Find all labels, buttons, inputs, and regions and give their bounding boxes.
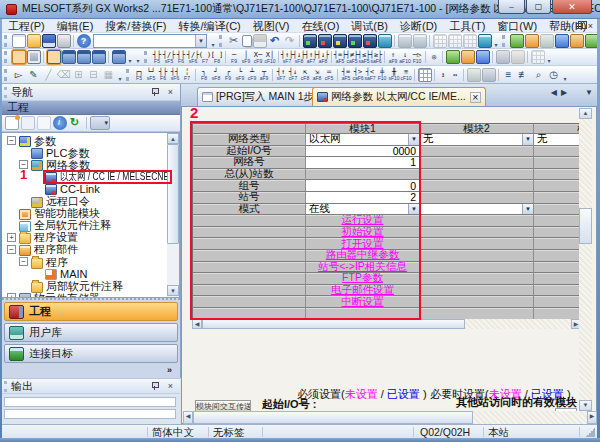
device-display-icon[interactable] [467, 68, 481, 82]
ladder-F8-icon[interactable]: [ ]F8 [211, 49, 223, 65]
panel-button-project[interactable]: 工程 [4, 302, 178, 321]
display-lines-icon[interactable] [585, 34, 598, 48]
mdi-minimize-button[interactable]: ‒ [566, 21, 571, 31]
ladder-sF9-icon[interactable]: └sF9 [234, 67, 246, 83]
interlock-icon[interactable]: ✎ [27, 68, 41, 82]
help-icon[interactable]: ? [77, 34, 91, 48]
redo-icon[interactable]: ↷ [283, 34, 297, 48]
pin-icon[interactable] [148, 380, 161, 392]
tab-prg-write-main[interactable]: [PRG]写入 MAIN 1步 [197, 87, 319, 106]
monitor-start-icon[interactable] [348, 34, 362, 48]
ladder-aF8-icon[interactable]: ┤↓├aF8 [317, 49, 329, 65]
toolbar-overflow-icon[interactable]: ▾ [561, 68, 569, 82]
scroll-up-icon[interactable]: ▲ [579, 108, 592, 119]
scale-icon[interactable]: ⌕ [532, 68, 546, 82]
ladder-aF10-icon[interactable]: ⇓aF10 [399, 49, 411, 65]
tab-network-parameter[interactable]: 网络参数 以太网/CC IE/ME...× [312, 87, 486, 106]
scroll-up-icon[interactable]: ▲ [167, 133, 179, 144]
copy-icon[interactable] [21, 116, 35, 130]
setting-link[interactable]: 中断设置 [306, 296, 419, 308]
window-cascade-icon[interactable] [92, 50, 106, 64]
ladder-tool-icon[interactable]: ↕ [437, 67, 449, 83]
write-to-plc-icon[interactable] [303, 34, 317, 48]
ladder-sF5-icon[interactable]: ┤/├sF5 [163, 49, 175, 65]
window-tile-v-icon[interactable] [77, 50, 91, 64]
ladder-saF5-icon[interactable]: ┤≤├saF5 [358, 49, 370, 65]
check-program-icon[interactable] [448, 34, 462, 48]
tab-scroll-left-icon[interactable]: ◀ [551, 88, 557, 97]
cell-dropdown[interactable]: 在线▼ [306, 204, 420, 216]
verify-with-plc-icon[interactable] [333, 34, 347, 48]
scroll-left-icon[interactable]: ◀ [192, 319, 202, 329]
expand-icon[interactable]: + [7, 233, 16, 242]
delete-row-icon[interactable]: ⊟ [87, 68, 101, 82]
cell-dropdown[interactable]: 无▼ [420, 134, 534, 146]
close-icon[interactable]: × [164, 380, 177, 392]
print-icon[interactable] [57, 34, 71, 48]
vertical-scrollbar[interactable]: ▲ ▼ [579, 108, 592, 411]
ladder-saF7-icon[interactable]: ┤<saF7 [364, 67, 376, 83]
zoom-out-icon[interactable]: ≢ [517, 68, 531, 82]
tab-menu-icon[interactable]: ▼ [585, 88, 593, 97]
cell-dropdown[interactable]: 无▼ [534, 134, 579, 146]
ladder-saF6-icon[interactable]: ┤≥├saF6 [370, 49, 382, 65]
monitor-write-icon[interactable] [511, 50, 525, 64]
statement-display-icon[interactable] [555, 34, 569, 48]
ladder-F9-icon[interactable]: ─F9 [228, 49, 240, 65]
ladder-F5-icon[interactable]: ┤├F5 [151, 49, 163, 65]
build-icon[interactable] [463, 34, 477, 48]
dock-grip[interactable] [4, 381, 8, 392]
setting-link[interactable]: 运行设置 [306, 215, 419, 227]
window-tile-h-icon[interactable] [62, 50, 76, 64]
minimize-button[interactable]: ‒ [498, 0, 525, 14]
ladder-F7-icon[interactable]: ( )F7 [199, 49, 211, 65]
select-mode-icon[interactable]: ▻ [12, 68, 26, 82]
toolbar-overflow-icon[interactable]: ▾ [134, 50, 142, 64]
menu-tools[interactable]: 工具(T) [443, 19, 491, 33]
scroll-thumb[interactable] [193, 411, 473, 424]
ladder-sF10-icon[interactable]: ╫sF10 [388, 67, 400, 83]
setting-link[interactable]: 站号<->IP相关信息 [306, 262, 419, 274]
menu-online[interactable]: 在线(O) [295, 19, 345, 33]
menu-compile[interactable]: 转换/编译(C) [172, 19, 246, 33]
ladder-symbol-combo[interactable]: ▼ [93, 34, 207, 48]
scroll-right-icon[interactable]: ▶ [571, 319, 579, 329]
setting-link[interactable]: 打开设置 [306, 238, 419, 250]
save-project-icon[interactable] [42, 34, 56, 48]
cell-input[interactable]: 0000 [306, 146, 420, 158]
tree-item-cc-link[interactable]: CC-Link [2, 183, 178, 195]
ladder-F10-icon[interactable]: ─▷F10 [411, 49, 423, 65]
ladder-aF8-icon[interactable]: ⇲aF8 [311, 67, 323, 83]
note-display-icon[interactable] [570, 34, 584, 48]
paste-icon[interactable] [253, 34, 267, 48]
ladder-caF5-icon[interactable]: ┤≠├caF5 [346, 49, 358, 65]
setting-link[interactable]: 路由器中继参数 [306, 250, 419, 262]
setting-link[interactable]: 初始设置 [306, 227, 419, 239]
inline-st-icon[interactable] [446, 50, 460, 64]
device-list-icon[interactable] [525, 34, 539, 48]
ladder-F10-icon[interactable]: ╪F10 [376, 67, 388, 83]
ladder-cF10-icon[interactable]: X│cF10 [264, 49, 276, 65]
panel-button-connection-destination[interactable]: 连接目标 [4, 344, 178, 363]
ladder-cF7-icon[interactable]: ┤↓cF7 [287, 67, 299, 83]
ladder-aF5-icon[interactable]: ┤=aF5 [340, 67, 352, 83]
cell-input[interactable]: 1 [306, 157, 420, 169]
sheet-horizontal-scrollbar[interactable]: ◀ ▶ [183, 411, 597, 424]
monitor-mode-icon[interactable] [496, 50, 510, 64]
ladder-aF9-icon[interactable]: ┬aF9 [258, 67, 270, 83]
mdi-close-button[interactable]: × [588, 21, 593, 31]
comment-edit-icon[interactable] [418, 68, 432, 82]
monitor-stop-icon[interactable] [363, 34, 377, 48]
scroll-thumb[interactable] [579, 208, 592, 244]
ladder-cF8-icon[interactable]: ⇱cF8 [299, 67, 311, 83]
menu-window[interactable]: 窗口(W) [491, 19, 543, 33]
scroll-thumb[interactable] [202, 319, 465, 329]
tree-item-plc-parameter[interactable]: PLC参数 [2, 147, 178, 159]
window-normal-icon[interactable] [47, 50, 61, 64]
undo-icon[interactable]: ↶ [268, 34, 282, 48]
menu-project[interactable]: 工程(P) [2, 19, 51, 33]
toolbar-overflow-icon[interactable]: ▾ [545, 50, 553, 64]
toolbar-overflow-icon[interactable]: ▾ [116, 68, 124, 82]
tree-item-global-device-comment[interactable]: 全局软元件注释 [2, 220, 178, 232]
table-horizontal-scrollbar[interactable]: ◀ ▶ [192, 319, 579, 329]
